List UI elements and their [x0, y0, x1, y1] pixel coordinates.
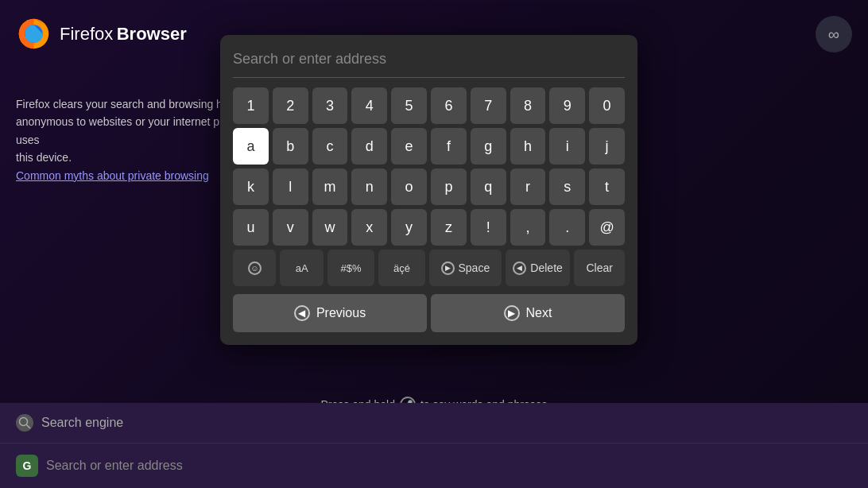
key-v[interactable]: v	[273, 209, 308, 246]
number-row: 1 2 3 4 5 6 7 8 9 0	[233, 87, 625, 124]
special-row: ☺ aA #$% äçé ▶ Space	[233, 250, 625, 286]
delete-key[interactable]: ◀ Delete	[506, 250, 571, 286]
key-at[interactable]: @	[589, 209, 625, 246]
key-o[interactable]: o	[391, 168, 427, 205]
key-8[interactable]: 8	[510, 87, 546, 124]
key-d[interactable]: d	[351, 128, 387, 165]
key-comma[interactable]: ,	[510, 209, 546, 246]
bottom-search-bar: Search engine G Search or enter address	[0, 403, 868, 488]
clear-key[interactable]: Clear	[574, 250, 625, 286]
key-a[interactable]: a	[233, 128, 269, 165]
google-icon: G	[16, 455, 38, 477]
key-rows: 1 2 3 4 5 6 7 8 9 0 a b c d e f g h i j …	[233, 87, 625, 332]
svg-line-3	[27, 425, 31, 429]
key-y[interactable]: y	[391, 209, 427, 246]
alpha-row-3: u v w x y z ! , . @	[233, 209, 625, 246]
next-button[interactable]: ▶ Next	[431, 294, 625, 332]
privacy-icon[interactable]: ∞	[816, 16, 852, 52]
key-0[interactable]: 0	[589, 87, 625, 124]
key-w[interactable]: w	[312, 209, 348, 246]
private-browsing-link[interactable]: Common myths about private browsing	[16, 169, 209, 182]
key-5[interactable]: 5	[391, 87, 427, 124]
key-n[interactable]: n	[351, 168, 387, 205]
key-e[interactable]: e	[391, 128, 427, 165]
key-p[interactable]: p	[431, 168, 467, 205]
firefox-header: Firefox Browser	[16, 16, 187, 52]
address-row: G Search or enter address	[0, 443, 868, 488]
search-engine-icon	[16, 414, 33, 432]
key-s[interactable]: s	[549, 168, 585, 205]
previous-icon: ◀	[294, 305, 310, 321]
key-3[interactable]: 3	[312, 87, 348, 124]
search-icon-svg	[17, 416, 32, 430]
key-k[interactable]: k	[233, 168, 269, 205]
firefox-logo	[16, 16, 52, 52]
keyboard-modal: 1 2 3 4 5 6 7 8 9 0 a b c d e f g h i j …	[220, 35, 637, 345]
alpha-row-1: a b c d e f g h i j	[233, 128, 625, 165]
firefox-title: Firefox Browser	[60, 24, 187, 45]
key-period[interactable]: .	[549, 209, 585, 246]
key-j[interactable]: j	[589, 128, 625, 165]
case-key[interactable]: aA	[280, 250, 323, 286]
key-f[interactable]: f	[431, 128, 467, 165]
address-placeholder: Search or enter address	[46, 459, 183, 473]
key-m[interactable]: m	[312, 168, 348, 205]
nav-row: ◀ Previous ▶ Next	[233, 294, 625, 332]
key-c[interactable]: c	[312, 128, 348, 165]
key-4[interactable]: 4	[351, 87, 387, 124]
emoji-key[interactable]: ☺	[233, 250, 276, 286]
key-u[interactable]: u	[233, 209, 269, 246]
key-r[interactable]: r	[510, 168, 546, 205]
accent-key[interactable]: äçé	[378, 250, 425, 286]
next-icon: ▶	[504, 305, 520, 321]
search-input[interactable]	[233, 48, 625, 78]
key-g[interactable]: g	[471, 128, 506, 165]
key-i[interactable]: i	[549, 128, 585, 165]
symbols-key[interactable]: #$%	[327, 250, 374, 286]
key-1[interactable]: 1	[233, 87, 269, 124]
previous-button[interactable]: ◀ Previous	[233, 294, 427, 332]
key-9[interactable]: 9	[549, 87, 585, 124]
key-2[interactable]: 2	[273, 87, 308, 124]
infinity-icon: ∞	[828, 25, 839, 44]
key-7[interactable]: 7	[471, 87, 506, 124]
space-key[interactable]: ▶ Space	[429, 250, 502, 286]
key-h[interactable]: h	[510, 128, 546, 165]
key-x[interactable]: x	[351, 209, 387, 246]
search-engine-row: Search engine	[0, 403, 868, 443]
key-6[interactable]: 6	[431, 87, 467, 124]
key-q[interactable]: q	[471, 168, 506, 205]
svg-point-2	[20, 418, 28, 426]
key-l[interactable]: l	[273, 168, 308, 205]
alpha-row-2: k l m n o p q r s t	[233, 168, 625, 205]
key-t[interactable]: t	[589, 168, 625, 205]
key-b[interactable]: b	[273, 128, 308, 165]
search-engine-label: Search engine	[41, 416, 123, 430]
key-exclaim[interactable]: !	[471, 209, 506, 246]
key-z[interactable]: z	[431, 209, 467, 246]
